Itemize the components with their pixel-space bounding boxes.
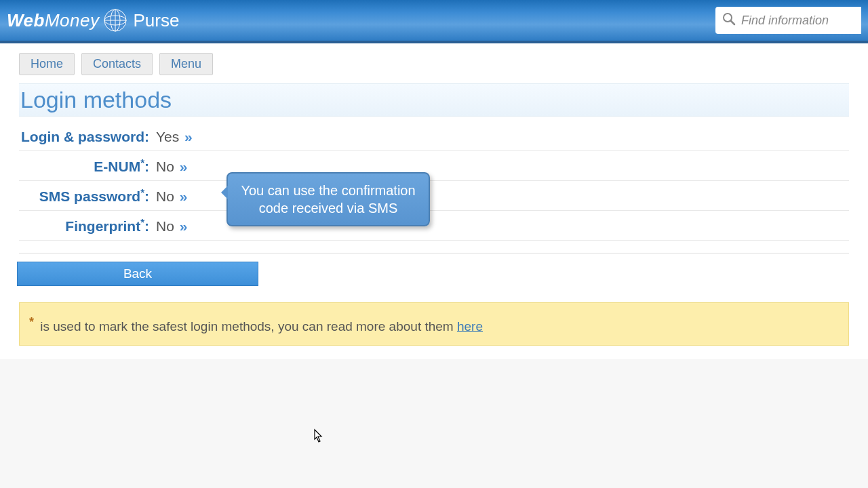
info-note: * is used to mark the safest login metho… (19, 302, 849, 346)
globe-icon (103, 8, 127, 33)
methods-list: Login & password: Yes » E-NUM*: No » SMS… (19, 123, 849, 241)
method-value-text: No (156, 188, 174, 204)
method-label: Fingerprint*: (19, 216, 156, 235)
asterisk-icon: * (140, 186, 144, 198)
brand-logo[interactable]: WebMoney (7, 10, 99, 31)
logo-area: WebMoney Purse (7, 8, 179, 33)
search-box[interactable] (715, 7, 861, 34)
method-value-fingerprint[interactable]: No » (156, 218, 187, 235)
brand-main: Web (7, 10, 45, 30)
method-row-login-password: Login & password: Yes » (19, 123, 849, 151)
divider (19, 253, 849, 253)
method-row-enum: E-NUM*: No » (19, 151, 849, 181)
nav-tabs: Home Contacts Menu (0, 43, 868, 79)
cursor-icon (311, 428, 324, 449)
method-value-text: No (156, 159, 174, 174)
chevron-right-icon: » (184, 129, 193, 144)
method-value-enum[interactable]: No » (156, 159, 187, 175)
header: WebMoney Purse (0, 0, 868, 43)
content: Login methods Login & password: Yes » E-… (0, 79, 868, 359)
method-value-text: No (156, 218, 174, 234)
search-input[interactable] (741, 14, 854, 28)
chevron-right-icon: » (180, 159, 188, 174)
method-label-text: SMS password (39, 188, 140, 204)
method-label-text: E-NUM (94, 159, 140, 174)
tab-menu[interactable]: Menu (159, 53, 213, 75)
method-row-sms: SMS password*: No » (19, 181, 849, 211)
tab-contacts[interactable]: Contacts (81, 53, 153, 75)
tab-home[interactable]: Home (19, 53, 75, 75)
method-label-text: Fingerprint (65, 218, 140, 234)
method-label: E-NUM*: (19, 157, 156, 175)
method-label: Login & password: (19, 129, 156, 145)
info-text: is used to mark the safest login methods… (40, 319, 457, 333)
method-label-text: Login & password (21, 129, 144, 144)
chevron-right-icon: » (180, 188, 188, 204)
asterisk-icon: * (29, 315, 34, 329)
method-label: SMS password*: (19, 186, 156, 205)
brand-sub: Money (45, 10, 100, 30)
method-value-text: Yes (156, 129, 179, 144)
asterisk-icon: * (140, 157, 144, 168)
product-name: Purse (133, 10, 179, 31)
svg-line-6 (731, 21, 734, 24)
method-value-sms[interactable]: No » (156, 188, 187, 205)
asterisk-icon: * (140, 216, 144, 228)
method-value-login-password[interactable]: Yes » (156, 129, 193, 145)
method-row-fingerprint: Fingerprint*: No » (19, 211, 849, 241)
back-button[interactable]: Back (17, 262, 258, 286)
search-icon (722, 12, 736, 28)
page-title: Login methods (19, 83, 849, 117)
tooltip-sms: You can use the confirmation code receiv… (226, 172, 430, 226)
chevron-right-icon: » (180, 218, 188, 234)
info-link[interactable]: here (457, 319, 483, 333)
